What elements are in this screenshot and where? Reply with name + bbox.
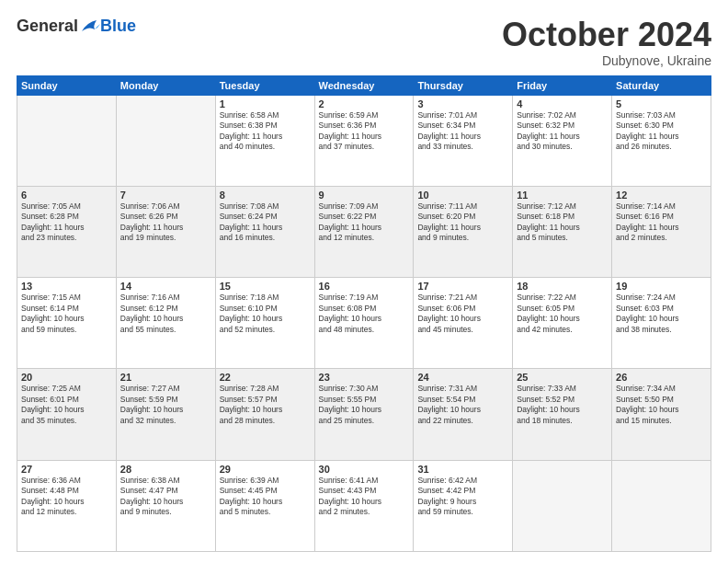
calendar-cell: 22Sunrise: 7:28 AM Sunset: 5:57 PM Dayli… [215,369,314,460]
title-block: October 2024 Dubynove, Ukraine [502,17,711,68]
calendar-cell: 13Sunrise: 7:15 AM Sunset: 6:14 PM Dayli… [17,278,117,369]
day-number: 22 [220,372,311,383]
day-number: 9 [319,190,410,201]
weekday-header: Monday [116,75,215,95]
day-info: Sunrise: 7:15 AM Sunset: 6:14 PM Dayligh… [21,293,112,335]
day-number: 12 [616,190,707,201]
day-number: 17 [417,281,508,292]
day-number: 23 [319,372,410,383]
day-info: Sunrise: 7:01 AM Sunset: 6:34 PM Dayligh… [417,110,508,153]
calendar-week-row: 13Sunrise: 7:15 AM Sunset: 6:14 PM Dayli… [17,278,711,369]
day-number: 21 [120,372,211,383]
day-info: Sunrise: 6:59 AM Sunset: 6:36 PM Dayligh… [319,110,410,153]
day-number: 24 [417,372,508,383]
day-number: 27 [21,464,112,475]
day-number: 14 [120,281,211,292]
calendar-cell: 11Sunrise: 7:12 AM Sunset: 6:18 PM Dayli… [513,186,612,277]
day-info: Sunrise: 7:31 AM Sunset: 5:54 PM Dayligh… [417,384,508,426]
calendar-cell: 23Sunrise: 7:30 AM Sunset: 5:55 PM Dayli… [314,369,414,460]
calendar-cell: 27Sunrise: 6:36 AM Sunset: 4:48 PM Dayli… [17,460,117,551]
calendar-cell [17,95,117,186]
day-number: 26 [616,372,707,383]
day-number: 25 [517,372,608,383]
calendar-cell: 15Sunrise: 7:18 AM Sunset: 6:10 PM Dayli… [215,278,314,369]
day-info: Sunrise: 7:16 AM Sunset: 6:12 PM Dayligh… [120,293,211,335]
day-number: 1 [220,98,311,109]
day-number: 10 [417,190,508,201]
calendar-cell [116,95,215,186]
day-info: Sunrise: 7:27 AM Sunset: 5:59 PM Dayligh… [120,384,211,426]
calendar-cell: 24Sunrise: 7:31 AM Sunset: 5:54 PM Dayli… [414,369,513,460]
calendar-cell: 16Sunrise: 7:19 AM Sunset: 6:08 PM Dayli… [314,278,414,369]
calendar-cell: 17Sunrise: 7:21 AM Sunset: 6:06 PM Dayli… [414,278,513,369]
calendar-cell: 29Sunrise: 6:39 AM Sunset: 4:45 PM Dayli… [215,460,314,551]
day-number: 3 [417,98,508,109]
calendar-cell: 8Sunrise: 7:08 AM Sunset: 6:24 PM Daylig… [215,186,314,277]
day-info: Sunrise: 7:03 AM Sunset: 6:30 PM Dayligh… [616,110,707,153]
day-number: 19 [616,281,707,292]
day-info: Sunrise: 7:19 AM Sunset: 6:08 PM Dayligh… [319,293,410,335]
day-number: 31 [417,464,508,475]
day-info: Sunrise: 6:58 AM Sunset: 6:38 PM Dayligh… [220,110,311,153]
logo-general-text: General [17,17,78,36]
location: Dubynove, Ukraine [502,53,711,68]
day-info: Sunrise: 7:33 AM Sunset: 5:52 PM Dayligh… [517,384,608,426]
calendar-cell: 5Sunrise: 7:03 AM Sunset: 6:30 PM Daylig… [612,95,711,186]
calendar-table: SundayMondayTuesdayWednesdayThursdayFrid… [17,75,711,552]
calendar-cell: 31Sunrise: 6:42 AM Sunset: 4:42 PM Dayli… [414,460,513,551]
day-number: 16 [319,281,410,292]
month-title: October 2024 [502,17,711,53]
day-info: Sunrise: 7:28 AM Sunset: 5:57 PM Dayligh… [220,384,311,426]
day-number: 20 [21,372,112,383]
calendar-cell: 10Sunrise: 7:11 AM Sunset: 6:20 PM Dayli… [414,186,513,277]
day-info: Sunrise: 7:09 AM Sunset: 6:22 PM Dayligh… [319,201,410,244]
day-info: Sunrise: 6:36 AM Sunset: 4:48 PM Dayligh… [21,476,112,518]
day-info: Sunrise: 7:02 AM Sunset: 6:32 PM Dayligh… [517,110,608,153]
calendar-cell: 25Sunrise: 7:33 AM Sunset: 5:52 PM Dayli… [513,369,612,460]
calendar-cell: 3Sunrise: 7:01 AM Sunset: 6:34 PM Daylig… [414,95,513,186]
day-info: Sunrise: 7:06 AM Sunset: 6:26 PM Dayligh… [120,201,211,244]
day-info: Sunrise: 6:38 AM Sunset: 4:47 PM Dayligh… [120,476,211,518]
logo-blue-text: Blue [100,17,136,36]
calendar-week-row: 27Sunrise: 6:36 AM Sunset: 4:48 PM Dayli… [17,460,711,551]
calendar-header-row: SundayMondayTuesdayWednesdayThursdayFrid… [17,75,711,95]
weekday-header: Friday [513,75,612,95]
calendar-cell: 28Sunrise: 6:38 AM Sunset: 4:47 PM Dayli… [116,460,215,551]
day-number: 18 [517,281,608,292]
day-number: 15 [220,281,311,292]
day-info: Sunrise: 6:41 AM Sunset: 4:43 PM Dayligh… [319,476,410,518]
day-info: Sunrise: 7:05 AM Sunset: 6:28 PM Dayligh… [21,201,112,244]
calendar-week-row: 6Sunrise: 7:05 AM Sunset: 6:28 PM Daylig… [17,186,711,277]
calendar-week-row: 20Sunrise: 7:25 AM Sunset: 6:01 PM Dayli… [17,369,711,460]
calendar-cell: 30Sunrise: 6:41 AM Sunset: 4:43 PM Dayli… [314,460,414,551]
day-number: 13 [21,281,112,292]
day-number: 30 [319,464,410,475]
calendar-cell: 9Sunrise: 7:09 AM Sunset: 6:22 PM Daylig… [314,186,414,277]
calendar-cell: 14Sunrise: 7:16 AM Sunset: 6:12 PM Dayli… [116,278,215,369]
weekday-header: Thursday [414,75,513,95]
logo-bird-icon [80,18,100,35]
weekday-header: Saturday [612,75,711,95]
weekday-header: Tuesday [215,75,314,95]
day-number: 8 [220,190,311,201]
calendar-cell: 1Sunrise: 6:58 AM Sunset: 6:38 PM Daylig… [215,95,314,186]
day-info: Sunrise: 6:39 AM Sunset: 4:45 PM Dayligh… [220,476,311,518]
day-info: Sunrise: 7:08 AM Sunset: 6:24 PM Dayligh… [220,201,311,244]
calendar-cell: 2Sunrise: 6:59 AM Sunset: 6:36 PM Daylig… [314,95,414,186]
calendar-cell: 26Sunrise: 7:34 AM Sunset: 5:50 PM Dayli… [612,369,711,460]
day-number: 29 [220,464,311,475]
calendar-week-row: 1Sunrise: 6:58 AM Sunset: 6:38 PM Daylig… [17,95,711,186]
day-info: Sunrise: 7:30 AM Sunset: 5:55 PM Dayligh… [319,384,410,426]
day-number: 4 [517,98,608,109]
calendar-cell: 21Sunrise: 7:27 AM Sunset: 5:59 PM Dayli… [116,369,215,460]
day-number: 2 [319,98,410,109]
page: General Blue October 2024 Dubynove, Ukra… [0,0,728,563]
day-info: Sunrise: 7:21 AM Sunset: 6:06 PM Dayligh… [417,293,508,335]
calendar-cell: 12Sunrise: 7:14 AM Sunset: 6:16 PM Dayli… [612,186,711,277]
calendar-cell: 6Sunrise: 7:05 AM Sunset: 6:28 PM Daylig… [17,186,117,277]
calendar-cell: 18Sunrise: 7:22 AM Sunset: 6:05 PM Dayli… [513,278,612,369]
day-number: 6 [21,190,112,201]
day-number: 11 [517,190,608,201]
weekday-header: Sunday [17,75,117,95]
day-info: Sunrise: 7:24 AM Sunset: 6:03 PM Dayligh… [616,293,707,335]
